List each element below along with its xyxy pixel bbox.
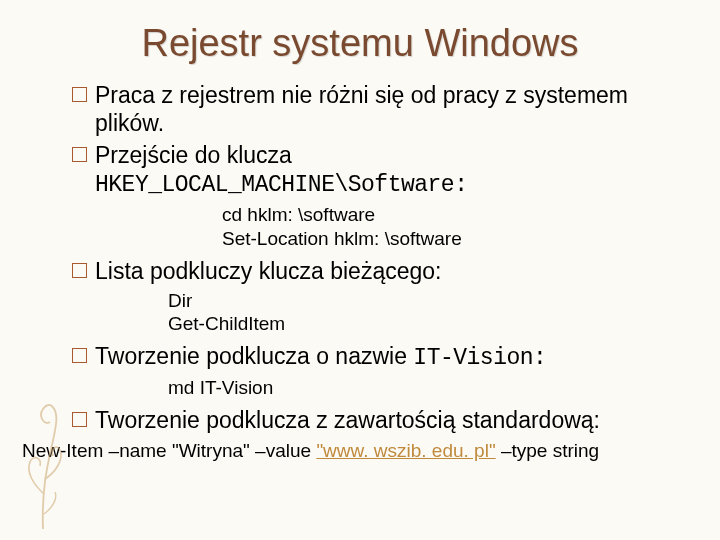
footer-link: "www. wszib. edu. pl"	[316, 440, 495, 461]
bullet-4: Tworzenie podklucza o nazwie IT-Vision:	[72, 342, 660, 372]
slide-title: Rejestr systemu Windows	[0, 0, 720, 65]
slide-body: Praca z rejestrem nie różni się od pracy…	[0, 65, 720, 434]
bullet-5-text: Tworzenie podklucza z zawartością standa…	[95, 406, 600, 434]
flourish-icon	[8, 354, 78, 534]
bullet-2-text: Przejście do klucza HKEY_LOCAL_MACHINE\S…	[95, 141, 467, 199]
bullet-icon	[72, 87, 87, 102]
bullet-icon	[72, 147, 87, 162]
code-block-2: Dir Get-ChildItem	[168, 289, 660, 337]
bullet-3: Lista podkluczy klucza bieżącego:	[72, 257, 660, 285]
bullet-5: Tworzenie podklucza z zawartością standa…	[72, 406, 660, 434]
bullet-3-text: Lista podkluczy klucza bieżącego:	[95, 257, 441, 285]
code-block-3: md IT-Vision	[168, 376, 660, 400]
bullet-4-text: Tworzenie podklucza o nazwie IT-Vision:	[95, 342, 546, 372]
bullet-1-text: Praca z rejestrem nie różni się od pracy…	[95, 81, 660, 137]
code-block-1: cd hklm: \software Set-Location hklm: \s…	[222, 203, 660, 251]
bullet-icon	[72, 263, 87, 278]
bullet-2: Przejście do klucza HKEY_LOCAL_MACHINE\S…	[72, 141, 660, 199]
bullet-1: Praca z rejestrem nie różni się od pracy…	[72, 81, 660, 137]
footer-command: New-Item –name "Witryna" –value "www. ws…	[0, 434, 720, 462]
